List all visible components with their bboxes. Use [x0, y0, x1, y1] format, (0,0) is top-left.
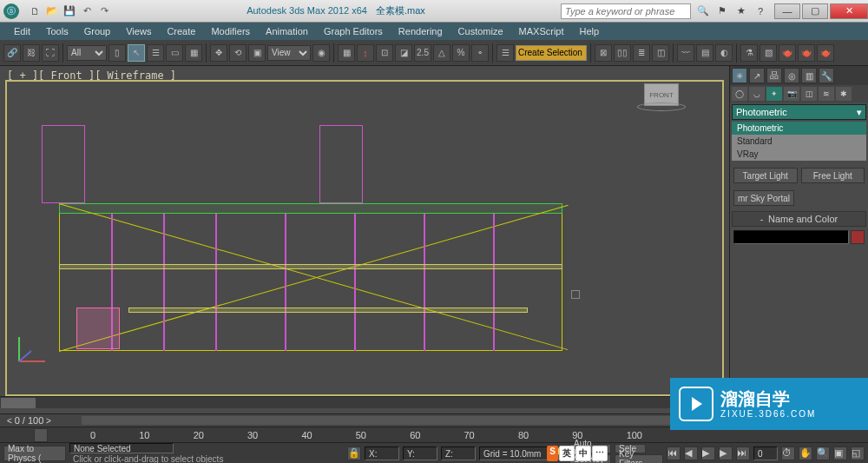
help-icon[interactable]: ? — [753, 4, 767, 18]
cameras-icon[interactable]: 📷 — [784, 87, 799, 101]
select-icon[interactable]: ▯ — [108, 44, 126, 62]
maxscript-listener[interactable]: Max to Physcs ( — [3, 446, 66, 461]
viewport[interactable]: [ + ][ Front ][ Wireframe ] FRONT — [0, 66, 729, 422]
menu-maxscript[interactable]: MAXScript — [512, 24, 571, 38]
curve-editor-icon[interactable]: 〰 — [677, 44, 694, 62]
open-icon[interactable]: 📂 — [45, 4, 59, 18]
sky-portal-button[interactable]: mr Sky Portal — [733, 190, 794, 206]
prev-frame-icon[interactable]: ◀ — [684, 446, 698, 460]
undo-icon[interactable]: ↶ — [80, 4, 94, 18]
goto-start-icon[interactable]: ⏮ — [667, 446, 681, 460]
pivot-icon[interactable]: ◉ — [312, 44, 330, 62]
pan-icon[interactable]: ✋ — [799, 446, 812, 460]
comm-icon[interactable]: ⚑ — [715, 4, 729, 18]
max-viewport-icon[interactable]: ◱ — [851, 446, 865, 460]
light-type-dropdown[interactable]: Photometric▾ — [732, 104, 866, 120]
viewport-canvas[interactable] — [5, 80, 724, 396]
coord-y[interactable]: Y: — [403, 446, 437, 460]
ime-more-icon[interactable]: ⋯ — [592, 446, 608, 461]
shapes-icon[interactable]: ◡ — [749, 87, 765, 101]
goto-end-icon[interactable]: ⏭ — [736, 446, 750, 460]
graphite-icon[interactable]: ◫ — [652, 44, 669, 62]
render-last-icon[interactable]: 🫖 — [817, 44, 834, 62]
viewport-scroll-h[interactable] — [0, 396, 729, 408]
free-light-button[interactable]: Free Light — [801, 168, 865, 183]
selection-filter-select[interactable]: All — [67, 45, 107, 61]
opt-standard[interactable]: Standard — [732, 135, 866, 148]
percent-snap-icon[interactable]: ◪ — [395, 44, 412, 62]
spacewarps-icon[interactable]: ≋ — [819, 87, 834, 101]
snap-toggle-icon[interactable]: △ — [433, 44, 450, 62]
render-icon[interactable]: 🫖 — [779, 44, 796, 62]
minimize-button[interactable]: — — [774, 3, 800, 19]
zoom-ext-icon[interactable]: ▣ — [833, 446, 847, 460]
percent-icon[interactable]: % — [452, 44, 470, 62]
utilities-tab-icon[interactable]: 🔧 — [819, 68, 834, 83]
object-color-swatch[interactable] — [851, 230, 865, 244]
spinner-snap-icon[interactable]: 2.5 — [414, 44, 431, 62]
bind-icon[interactable]: ⛶ — [42, 44, 59, 62]
menu-tools[interactable]: Tools — [39, 24, 76, 38]
ime-indicator[interactable]: S 英 中 ⋯ — [547, 446, 608, 461]
render-prod-icon[interactable]: 🫖 — [798, 44, 815, 62]
menu-modifiers[interactable]: Modifiers — [204, 24, 257, 38]
close-button[interactable]: ✕ — [830, 3, 868, 19]
timeline-ruler[interactable]: 0102030405060708090100 — [82, 430, 651, 440]
systems-icon[interactable]: ✱ — [836, 87, 852, 101]
menu-customize[interactable]: Customize — [451, 24, 510, 38]
helpers-icon[interactable]: ◫ — [801, 87, 817, 101]
app-icon[interactable]: ⓢ — [3, 3, 19, 19]
render-frame-icon[interactable]: ▧ — [760, 44, 777, 62]
scale-icon[interactable]: ▣ — [248, 44, 266, 62]
key-filters-button[interactable]: Key Filters... — [615, 454, 663, 464]
select-name-icon[interactable]: ☰ — [147, 44, 164, 62]
link-icon[interactable]: 🔗 — [3, 44, 21, 62]
redo-icon[interactable]: ↷ — [97, 4, 111, 18]
menu-grapheditors[interactable]: Graph Editors — [317, 24, 390, 38]
lights-icon[interactable]: ✦ — [766, 87, 782, 101]
menu-edit[interactable]: Edit — [7, 24, 37, 38]
geometry-icon[interactable]: ◯ — [732, 87, 747, 101]
mirror-icon[interactable]: ⊠ — [595, 44, 612, 62]
motion-tab-icon[interactable]: ◎ — [784, 68, 799, 83]
maximize-button[interactable]: ▢ — [802, 3, 828, 19]
snap-icon[interactable]: ↕ — [357, 44, 374, 62]
create-tab-icon[interactable]: ✳ — [732, 68, 747, 83]
next-frame-icon[interactable]: ▶ — [719, 446, 733, 460]
align-icon[interactable]: ▯▯ — [614, 44, 631, 62]
star-icon[interactable]: ★ — [734, 4, 748, 18]
hierarchy-tab-icon[interactable]: 品 — [766, 68, 782, 83]
menu-views[interactable]: Views — [119, 24, 158, 38]
selection-lock-icon[interactable]: 🔒 — [347, 446, 361, 460]
current-frame-input[interactable]: 0 — [753, 446, 778, 460]
object-name-input[interactable] — [733, 230, 849, 244]
ime-lang[interactable]: 英 — [559, 446, 575, 461]
unlink-icon[interactable]: ⛓ — [23, 44, 40, 62]
opt-vray[interactable]: VRay — [732, 148, 866, 161]
zoom-icon[interactable]: 🔍 — [816, 446, 830, 460]
angle-snap-icon[interactable]: ⊡ — [376, 44, 393, 62]
menu-rendering[interactable]: Rendering — [391, 24, 450, 38]
name-color-rollout[interactable]: - Name and Color — [732, 211, 866, 227]
opt-photometric[interactable]: Photometric — [732, 122, 866, 135]
move-icon[interactable]: ✥ — [210, 44, 227, 62]
select-region-icon[interactable]: ▭ — [166, 44, 183, 62]
manipulate-icon[interactable]: ▦ — [338, 44, 355, 62]
coord-z[interactable]: Z: — [441, 446, 476, 460]
material-editor-icon[interactable]: ◐ — [715, 44, 733, 62]
rotate-icon[interactable]: ⟲ — [229, 44, 247, 62]
search-icon[interactable]: 🔍 — [696, 4, 710, 18]
menu-animation[interactable]: Animation — [259, 24, 315, 38]
render-setup-icon[interactable]: ⚗ — [740, 44, 758, 62]
viewport-label[interactable]: [ + ][ Front ][ Wireframe ] — [7, 69, 176, 82]
named-selset-icon[interactable]: ☰ — [496, 44, 514, 62]
schematic-icon[interactable]: ▤ — [696, 44, 713, 62]
layer-icon[interactable]: ≣ — [633, 44, 650, 62]
time-config-icon[interactable]: ⏱ — [781, 446, 795, 460]
viewcube-ring-icon[interactable] — [637, 103, 686, 111]
viewcube[interactable]: FRONT — [637, 83, 686, 115]
named-selset-input[interactable] — [516, 45, 587, 61]
select-object-icon[interactable]: ↖ — [128, 44, 145, 62]
refcoord-select[interactable]: View — [267, 45, 311, 61]
edit-keys-icon[interactable]: ⚬ — [471, 44, 489, 62]
